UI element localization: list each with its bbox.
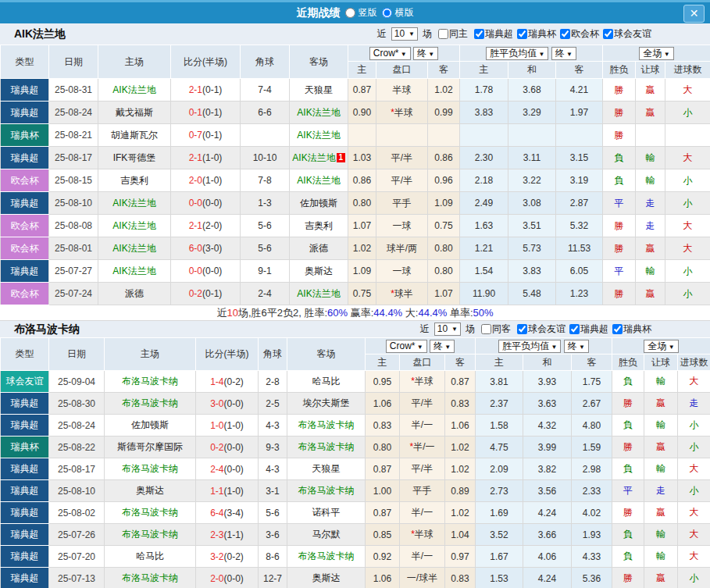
result-group-header: 全场	[603, 45, 710, 62]
checkbox-icon[interactable]	[517, 324, 527, 334]
corner-cell: 6-6	[241, 102, 290, 124]
result-text: 勝	[615, 84, 624, 95]
col-wdl: 胜负	[612, 355, 644, 371]
league-checkbox[interactable]: 球会友谊	[515, 323, 566, 336]
checkbox-icon[interactable]	[474, 29, 484, 39]
score-cell: 6-4(3-4)	[196, 502, 259, 524]
home-team-cell: AIK法兰地	[98, 260, 171, 283]
league-type-cell: 瑞典超	[1, 79, 49, 102]
result-text: 走	[646, 198, 655, 208]
avg-home-cell: 11.90	[460, 283, 508, 305]
avg-final-select[interactable]: 终	[551, 47, 576, 60]
checkbox-icon[interactable]	[517, 29, 527, 39]
league-checkbox[interactable]: 欧会杯	[558, 27, 599, 41]
recent-count-select[interactable]: 10	[434, 323, 461, 336]
odds-home-cell	[348, 124, 376, 147]
fulltime-score: 0-2	[210, 442, 223, 453]
odds-away-cell: 0.89	[445, 480, 476, 502]
league-checkbox[interactable]: 瑞典杯	[515, 27, 556, 41]
layout-radio-horizontal[interactable]: 横版	[382, 6, 414, 20]
checkbox-icon[interactable]	[481, 324, 491, 334]
score-cell: 2-0(1-0)	[171, 169, 241, 192]
home-team-cell: 哈马比	[105, 546, 196, 568]
result-text: 負	[623, 529, 633, 540]
col-home: 主场	[105, 338, 196, 371]
wdl-result-cell: 勝	[603, 79, 636, 102]
odds-final-select[interactable]: 终	[430, 340, 455, 353]
result-text: 贏	[656, 397, 665, 408]
match-date-cell: 25-07-24	[49, 283, 98, 305]
layout-radio-vertical[interactable]: 竖版	[345, 6, 377, 20]
checkbox-icon[interactable]	[569, 324, 580, 334]
odds-home-cell: 0.95	[366, 371, 400, 393]
team-name: AIK法兰地	[297, 130, 340, 141]
checkbox-icon[interactable]	[603, 29, 613, 39]
col-avg-draw: 和	[523, 355, 572, 371]
score-cell: 1-1(1-0)	[196, 480, 259, 502]
fulltime-score: 0-0	[189, 265, 202, 276]
odds-home-cell: 0.86	[348, 169, 376, 192]
result-text: 走	[690, 397, 699, 408]
league-checkbox[interactable]: 瑞典超	[472, 27, 513, 41]
checkbox-icon[interactable]	[612, 324, 623, 334]
wdl-result-cell: 勝	[603, 215, 636, 237]
halftime-score: (3-4)	[224, 508, 244, 519]
odds-source-select[interactable]: Crow*	[369, 47, 411, 60]
odds-source-select[interactable]: Crow*	[386, 340, 427, 353]
odds-group-header: Crow* 终	[348, 45, 460, 62]
avg-away-cell: 2.98	[572, 458, 612, 480]
home-give-star-icon: *	[391, 107, 394, 118]
league-checkbox[interactable]: 球会友谊	[601, 27, 651, 41]
recent-count-select[interactable]: 10	[391, 27, 418, 41]
result-scope-select[interactable]: 全场	[644, 340, 678, 353]
fulltime-score: 1-4	[210, 376, 223, 387]
result-text: 輸	[656, 551, 665, 561]
league-checkbox[interactable]: 瑞典杯	[610, 323, 651, 336]
match-row: 瑞典超25-08-30布洛马波卡纳3-0(0-0)2-5埃尔夫斯堡1.06平/半…	[1, 393, 710, 415]
odds-final-select[interactable]: 终	[413, 47, 438, 60]
close-icon: ✕	[690, 7, 699, 20]
match-row: 瑞典超25-08-24戴戈福斯0-1(0-1)6-6AIK法兰地0.90*半球0…	[1, 102, 710, 124]
radio-horizontal-icon[interactable]	[382, 8, 392, 18]
checkbox-icon[interactable]	[438, 29, 448, 39]
avg-group-select[interactable]: 胜平负均值	[498, 340, 561, 353]
result-text: 贏	[646, 84, 655, 95]
halftime-score: (2-0)	[202, 220, 222, 231]
league-type-cell: 瑞典杯	[1, 437, 49, 458]
avg-group-select[interactable]: 胜平负均值	[486, 47, 548, 60]
home-team-cell: IFK哥德堡	[98, 147, 171, 169]
fulltime-score: 3-2	[210, 551, 223, 562]
checkbox-icon[interactable]	[560, 29, 570, 39]
radio-vertical-icon[interactable]	[345, 8, 355, 18]
result-scope-select[interactable]: 全场	[639, 47, 673, 60]
home-team-cell: AIK法兰地	[98, 215, 171, 237]
table-header: 类型 日期 主场 比分(半场) 角球 客场 Crow* 终 胜平负均值 终 全场…	[1, 45, 710, 79]
same-venue-checkbox[interactable]: 同主	[436, 27, 468, 41]
odds-home-cell: 0.87	[366, 502, 400, 524]
match-row: 瑞典超25-08-10奥斯达1-1(1-0)3-1布洛马波卡纳1.00平手0.8…	[1, 480, 710, 502]
corner-cell: 4-3	[259, 458, 287, 480]
avg-final-select[interactable]: 终	[564, 340, 589, 353]
result-text: 小	[690, 441, 699, 452]
avg-group-header: 胜平负均值 终	[460, 45, 603, 62]
close-button[interactable]: ✕	[683, 5, 705, 23]
avg-draw-cell: 3.63	[523, 393, 572, 415]
league-checkbox[interactable]: 瑞典超	[567, 323, 608, 336]
match-row: 球会友谊25-09-04布洛马波卡纳1-4(0-2)2-8哈马比0.95*半球0…	[1, 371, 710, 393]
home-team-cell: AIK法兰地	[98, 79, 171, 102]
team-name: 布洛马波卡纳	[298, 551, 355, 561]
avg-away-cell: 11.53	[556, 237, 603, 260]
wdl-result-cell: 平	[603, 192, 636, 215]
wdl-result-cell: 勝	[603, 283, 636, 305]
result-text: 勝	[615, 107, 624, 118]
handicap-result-cell: 輸	[636, 147, 665, 169]
col-wdl: 胜负	[603, 62, 636, 79]
col-avg-home: 主	[460, 62, 508, 79]
same-venue-checkbox[interactable]: 同客	[479, 323, 511, 336]
league-type-cell: 球会友谊	[1, 371, 49, 393]
score-cell: 2-4(0-0)	[196, 458, 259, 480]
odds-home-cell: 0.83	[366, 415, 400, 437]
result-text: 大	[683, 243, 693, 254]
result-text: 勝	[615, 220, 624, 231]
unit-label: 场	[466, 323, 475, 336]
